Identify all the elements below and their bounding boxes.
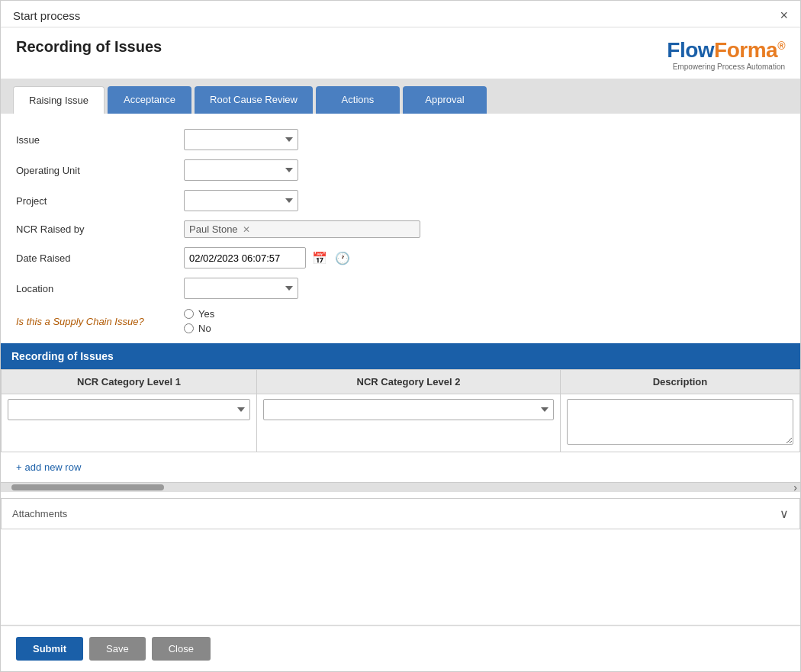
control-supply-chain: Yes No (184, 308, 785, 334)
select-ncr-level2[interactable] (263, 399, 554, 420)
date-field-wrap: 📅 🕐 (184, 247, 785, 268)
dialog-header: Recording of Issues FlowForma® Empowerin… (1, 27, 800, 79)
control-date-raised: 📅 🕐 (184, 247, 785, 268)
ncr-raised-value: Paul Stone (189, 223, 238, 235)
scroll-right-arrow[interactable]: › (793, 481, 797, 494)
label-issue: Issue (16, 134, 184, 146)
label-date-raised: Date Raised (16, 252, 184, 264)
attachments-chevron-icon: ∨ (780, 506, 789, 521)
tabs-bar: Raising Issue Acceptance Root Cause Revi… (1, 79, 800, 114)
close-icon[interactable]: × (780, 8, 788, 22)
description-textarea[interactable] (567, 399, 793, 445)
label-supply-chain: Is this a Supply Chain Issue? (16, 316, 184, 327)
select-project[interactable] (184, 190, 298, 211)
logo-area: FlowForma® Empowering Process Automation (667, 38, 785, 71)
tab-acceptance[interactable]: Acceptance (108, 86, 191, 114)
col-header-1: NCR Category Level 1 (2, 370, 257, 394)
tab-raising-issue[interactable]: Raising Issue (13, 86, 105, 114)
radio-yes[interactable]: Yes (184, 308, 785, 320)
cell-ncr-level2 (257, 394, 561, 452)
col-header-3: Description (560, 370, 799, 394)
field-date-raised: Date Raised 📅 🕐 (16, 247, 785, 268)
attachments-section[interactable]: Attachments ∨ (1, 498, 800, 529)
dialog-footer: Submit Save Close (1, 625, 800, 671)
label-location: Location (16, 283, 184, 294)
radio-yes-input[interactable] (184, 309, 194, 319)
titlebar: Start process × (1, 1, 800, 27)
plus-icon: + (16, 461, 22, 473)
field-issue: Issue (16, 129, 785, 150)
radio-group-supply-chain: Yes No (184, 308, 785, 334)
close-button[interactable]: Close (152, 637, 211, 661)
field-operating-unit: Operating Unit (16, 159, 785, 181)
add-row-label: add new row (25, 461, 82, 473)
select-ncr-level1[interactable] (8, 399, 250, 420)
field-location: Location (16, 278, 785, 299)
submit-button[interactable]: Submit (16, 637, 83, 661)
label-project: Project (16, 195, 184, 207)
radio-yes-label: Yes (198, 308, 214, 320)
horizontal-scrollbar[interactable]: › (1, 483, 800, 492)
form-title: Recording of Issues (16, 38, 162, 56)
radio-no-input[interactable] (184, 323, 194, 333)
form-body: Issue Operating Unit Project NCR Raised … (1, 114, 800, 625)
add-new-row-button[interactable]: + add new row (1, 455, 96, 479)
date-input[interactable] (184, 247, 306, 268)
select-location[interactable] (184, 278, 298, 299)
label-ncr-raised-by: NCR Raised by (16, 223, 184, 235)
table-row (2, 394, 800, 452)
calendar-icon[interactable]: 📅 (310, 249, 329, 267)
field-project: Project (16, 190, 785, 211)
dialog-title: Start process (13, 9, 80, 22)
tab-actions[interactable]: Actions (316, 86, 400, 114)
control-project (184, 190, 785, 211)
control-operating-unit (184, 159, 785, 181)
scroll-thumb[interactable] (11, 484, 164, 490)
cell-description (560, 394, 799, 452)
issues-table-wrap: NCR Category Level 1 NCR Category Level … (1, 369, 800, 483)
logo-accent: Forma (714, 38, 777, 62)
dialog: Start process × Recording of Issues Flow… (0, 0, 801, 672)
cell-ncr-level1 (2, 394, 257, 452)
logo: FlowForma® (667, 38, 785, 62)
label-operating-unit: Operating Unit (16, 165, 184, 176)
issues-table: NCR Category Level 1 NCR Category Level … (1, 369, 800, 452)
col-header-2: NCR Category Level 2 (257, 370, 561, 394)
select-issue[interactable] (184, 129, 298, 150)
control-issue (184, 129, 785, 150)
ncr-raised-remove-icon[interactable]: ✕ (243, 224, 250, 235)
radio-no-label: No (198, 323, 211, 334)
add-row-wrap: + add new row (1, 452, 800, 482)
control-ncr-raised-by: Paul Stone ✕ (184, 220, 785, 238)
ncr-raised-tag: Paul Stone ✕ (184, 220, 420, 238)
tab-approval[interactable]: Approval (403, 86, 487, 114)
tab-root-cause-review[interactable]: Root Cause Review (195, 86, 313, 114)
field-supply-chain: Is this a Supply Chain Issue? Yes No (16, 308, 785, 334)
attachments-label: Attachments (12, 508, 67, 519)
issues-section-header: Recording of Issues (1, 343, 800, 369)
logo-subtitle: Empowering Process Automation (667, 63, 785, 71)
clock-icon[interactable]: 🕐 (333, 249, 352, 267)
save-button[interactable]: Save (89, 637, 146, 661)
field-ncr-raised-by: NCR Raised by Paul Stone ✕ (16, 220, 785, 238)
select-operating-unit[interactable] (184, 159, 298, 181)
radio-no[interactable]: No (184, 323, 785, 334)
control-location (184, 278, 785, 299)
